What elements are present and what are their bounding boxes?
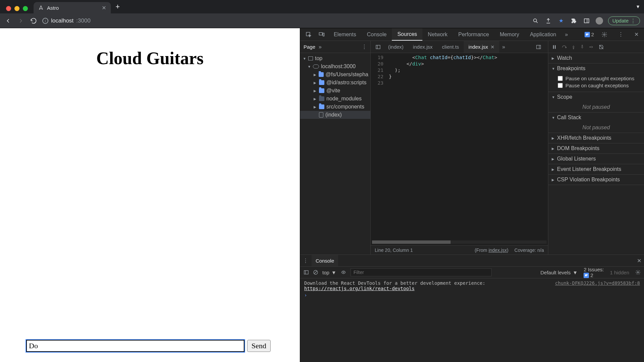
close-drawer-icon[interactable]: ✕ xyxy=(637,258,641,264)
section-scope[interactable]: ▼Scope xyxy=(548,92,644,102)
tab-console[interactable]: Console xyxy=(362,28,392,41)
close-window-icon[interactable] xyxy=(6,6,11,11)
live-expression-icon[interactable] xyxy=(340,270,347,275)
toggle-debugger-icon[interactable] xyxy=(533,44,544,50)
navigator-kebab-icon[interactable]: ⋮ xyxy=(362,44,367,50)
reload-button[interactable] xyxy=(30,17,38,25)
section-event[interactable]: ▶Event Listener Breakpoints xyxy=(548,164,644,174)
clear-console-icon[interactable] xyxy=(313,270,318,275)
console-settings-icon[interactable] xyxy=(635,270,641,275)
drawer-kebab-icon[interactable]: ⋮ xyxy=(303,258,308,264)
context-selector[interactable]: top ▼ xyxy=(322,270,336,275)
tree-node-folder[interactable]: ▶@fs/Users/stepha xyxy=(300,71,370,79)
svg-rect-12 xyxy=(555,45,556,49)
file-tree[interactable]: ▼top ▼localhost:3000 ▶@fs/Users/stepha ▶… xyxy=(300,53,370,255)
tree-node-top[interactable]: ▼top xyxy=(300,54,370,62)
console-filter-input[interactable] xyxy=(351,268,492,276)
site-info-icon[interactable]: i xyxy=(42,18,48,24)
log-levels-selector[interactable]: Default levels ▼ xyxy=(541,270,578,275)
chat-input[interactable] xyxy=(26,340,244,352)
step-icon[interactable] xyxy=(589,45,595,49)
coverage-status: Coverage: n/a xyxy=(514,247,544,253)
tree-node-folder[interactable]: ▶node_modules xyxy=(300,95,370,103)
more-file-tabs-icon[interactable]: » xyxy=(499,44,508,50)
more-tabs-icon[interactable]: » xyxy=(561,32,571,38)
update-button[interactable]: Update⋮ xyxy=(608,16,640,25)
section-global[interactable]: ▶Global Listeners xyxy=(548,154,644,164)
source-link[interactable]: index.jsx xyxy=(489,247,507,253)
close-tab-icon[interactable]: ✕ xyxy=(102,5,106,11)
tree-node-host[interactable]: ▼localhost:3000 xyxy=(300,62,370,71)
profile-avatar[interactable] xyxy=(595,17,603,25)
tree-node-folder[interactable]: ▶src/components xyxy=(300,103,370,111)
cloud-icon xyxy=(313,64,319,69)
tree-node-file[interactable]: (index) xyxy=(300,111,370,119)
step-over-icon[interactable] xyxy=(561,44,567,50)
section-dom[interactable]: ▶DOM Breakpoints xyxy=(548,143,644,153)
back-button[interactable] xyxy=(4,17,12,25)
pause-caught-checkbox[interactable]: Pause on caught exceptions xyxy=(558,82,640,89)
file-tab[interactable]: (index) xyxy=(383,41,408,53)
sidepanel-icon[interactable] xyxy=(583,17,591,25)
issues-badge[interactable]: 2 xyxy=(585,32,594,37)
message-link[interactable]: https://reactjs.org/link/react-devtools xyxy=(304,286,415,291)
console-sidebar-icon[interactable] xyxy=(304,270,309,275)
share-icon[interactable] xyxy=(544,17,552,25)
more-navigator-tabs-icon[interactable]: » xyxy=(319,44,322,50)
device-toolbar-icon[interactable] xyxy=(315,32,328,38)
pause-icon[interactable] xyxy=(552,44,557,50)
send-button[interactable]: Send xyxy=(247,340,271,352)
svg-point-6 xyxy=(604,34,605,35)
maximize-window-icon[interactable] xyxy=(23,6,28,11)
section-callstack[interactable]: ▼Call Stack xyxy=(548,112,644,123)
tab-elements[interactable]: Elements xyxy=(328,28,362,41)
issues-summary[interactable]: 2 Issues: 2 xyxy=(584,267,604,278)
toggle-navigator-icon[interactable] xyxy=(373,44,383,50)
folder-icon xyxy=(319,104,324,109)
section-csp[interactable]: ▶CSP Violation Breakpoints xyxy=(548,175,644,185)
console-prompt[interactable]: › xyxy=(304,291,640,298)
folder-icon xyxy=(319,96,324,101)
code-editor[interactable]: 1920212223 <Chat chatId={chatId}></Chat>… xyxy=(371,53,548,245)
kebab-menu-icon[interactable]: ⋮ xyxy=(615,31,627,38)
hidden-count[interactable]: 1 hidden xyxy=(610,270,629,275)
deactivate-breakpoints-icon[interactable] xyxy=(599,44,604,50)
browser-toolbar: i localhost:3000 ★ Update⋮ xyxy=(0,13,644,28)
new-tab-button[interactable]: + xyxy=(111,2,125,11)
section-xhr[interactable]: ▶XHR/fetch Breakpoints xyxy=(548,133,644,143)
message-source-link[interactable]: chunk-DFKQJ226.js?v=d89583bf:8 xyxy=(555,280,640,286)
settings-icon[interactable] xyxy=(598,32,611,38)
zoom-icon[interactable] xyxy=(532,17,540,25)
forward-button[interactable] xyxy=(17,17,25,25)
section-breakpoints[interactable]: ▼Breakpoints xyxy=(548,63,644,74)
console-output[interactable]: chunk-DFKQJ226.js?v=d89583bf:8 Download … xyxy=(300,278,644,362)
file-tab[interactable]: index.jsx✕ xyxy=(464,41,499,53)
tree-node-folder[interactable]: ▶@id/astro:scripts xyxy=(300,79,370,87)
close-file-icon[interactable]: ✕ xyxy=(491,44,495,50)
horizontal-scrollbar[interactable] xyxy=(372,240,547,244)
tab-memory[interactable]: Memory xyxy=(494,28,524,41)
close-devtools-icon[interactable]: ✕ xyxy=(631,31,642,38)
tab-network[interactable]: Network xyxy=(422,28,453,41)
section-watch[interactable]: ▶Watch xyxy=(548,53,644,63)
pause-uncaught-checkbox[interactable]: Pause on uncaught exceptions xyxy=(558,75,640,82)
tree-node-folder[interactable]: ▶@vite xyxy=(300,87,370,95)
step-into-icon[interactable] xyxy=(571,44,576,50)
browser-tab[interactable]: Astro ✕ xyxy=(34,2,111,13)
step-out-icon[interactable] xyxy=(580,44,585,50)
tab-sources[interactable]: Sources xyxy=(392,28,422,41)
file-tab[interactable]: client.ts xyxy=(437,41,464,53)
address-bar[interactable]: i localhost:3000 xyxy=(42,17,91,24)
file-tab[interactable]: index.jsx xyxy=(408,41,437,53)
extensions-icon[interactable] xyxy=(570,17,578,25)
minimize-window-icon[interactable] xyxy=(14,6,19,11)
devtools-tabs: Elements Console Sources Network Perform… xyxy=(300,28,644,41)
tab-overflow-icon[interactable]: ▾ xyxy=(637,3,639,10)
inspect-element-icon[interactable] xyxy=(302,32,315,38)
navigator-tab-page[interactable]: Page xyxy=(304,44,315,50)
tab-performance[interactable]: Performance xyxy=(453,28,495,41)
bookmark-icon[interactable]: ★ xyxy=(557,17,565,25)
tab-application[interactable]: Application xyxy=(524,28,561,41)
code-body[interactable]: <Chat chatId={chatId}></Chat> </div> ); … xyxy=(386,53,497,245)
drawer-tab-console[interactable]: Console xyxy=(312,255,338,266)
